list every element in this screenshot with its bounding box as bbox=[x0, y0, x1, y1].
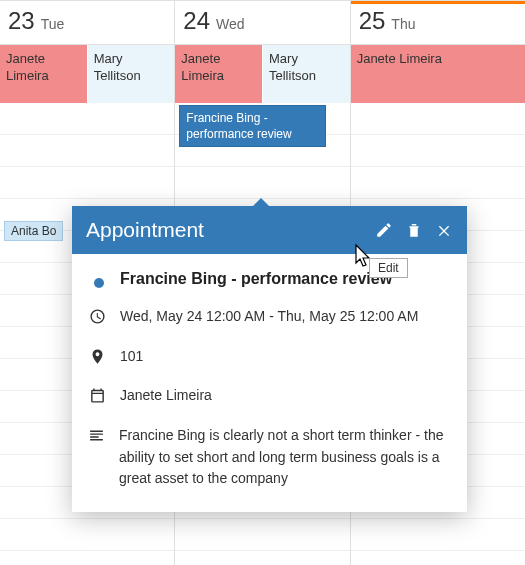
day-header[interactable]: 24 Wed bbox=[175, 1, 349, 45]
popup-header: Appointment bbox=[72, 206, 467, 254]
allday-event[interactable]: Janete Limeira bbox=[0, 45, 88, 103]
clock-icon bbox=[88, 306, 106, 325]
allday-event[interactable]: Janete Limeira bbox=[175, 45, 263, 103]
appointment-notes: Francine Bing is clearly not a short ter… bbox=[119, 425, 451, 490]
appointment-location: 101 bbox=[120, 346, 143, 368]
appointment-organizer: Janete Limeira bbox=[120, 385, 212, 407]
edit-icon[interactable] bbox=[375, 221, 393, 239]
event-anita[interactable]: Anita Bo bbox=[4, 221, 63, 241]
day-number: 23 bbox=[8, 7, 35, 35]
event-francine[interactable]: Francine Bing - performance review bbox=[179, 105, 325, 147]
allday-row: Janete Limeira Mary Tellitson bbox=[0, 45, 174, 103]
appointment-popup: Appointment Francine Bing - performance … bbox=[72, 206, 467, 512]
allday-row: Janete Limeira Mary Tellitson bbox=[175, 45, 349, 103]
popup-title: Appointment bbox=[86, 218, 375, 242]
allday-event[interactable]: Mary Tellitson bbox=[88, 45, 175, 103]
appointment-subject: Francine Bing - performance review bbox=[120, 270, 392, 288]
appointment-time: Wed, May 24 12:00 AM - Thu, May 25 12:00… bbox=[120, 306, 418, 328]
popup-arrow bbox=[252, 198, 270, 207]
day-weekday: Tue bbox=[41, 16, 65, 32]
day-number: 24 bbox=[183, 7, 210, 35]
tooltip: Edit bbox=[369, 258, 408, 278]
status-dot-icon bbox=[94, 278, 104, 288]
allday-event[interactable]: Janete Limeira bbox=[351, 45, 525, 103]
allday-row: Janete Limeira bbox=[351, 45, 525, 103]
day-header[interactable]: 23 Tue bbox=[0, 1, 174, 45]
close-icon[interactable] bbox=[435, 221, 453, 239]
calendar-icon bbox=[88, 385, 106, 404]
day-weekday: Thu bbox=[391, 16, 415, 32]
location-icon bbox=[88, 346, 106, 365]
day-weekday: Wed bbox=[216, 16, 245, 32]
day-header[interactable]: 25 Thu bbox=[351, 1, 525, 45]
popup-body: Francine Bing - performance review Wed, … bbox=[72, 254, 467, 512]
delete-icon[interactable] bbox=[405, 221, 423, 239]
allday-event[interactable]: Mary Tellitson bbox=[263, 45, 350, 103]
notes-icon bbox=[88, 425, 105, 444]
day-number: 25 bbox=[359, 7, 386, 35]
selected-indicator bbox=[351, 1, 525, 4]
